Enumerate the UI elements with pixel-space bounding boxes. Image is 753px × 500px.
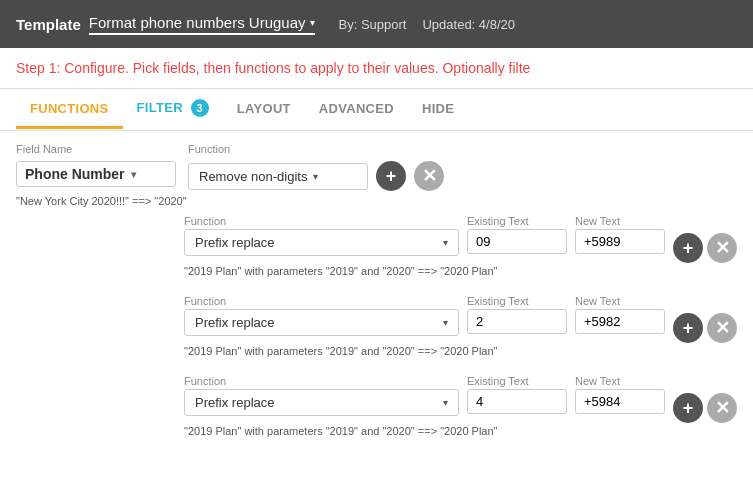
sub-hint-text-1: "2019 Plan" with parameters "2019" and "… bbox=[184, 345, 737, 357]
column-headers: Field Name Function bbox=[16, 143, 737, 157]
existing-text-label-0: Existing Text bbox=[467, 215, 567, 227]
main-function-select[interactable]: Remove non-digits ▾ bbox=[188, 163, 368, 190]
existing-text-label-2: Existing Text bbox=[467, 375, 567, 387]
new-text-label-2: New Text bbox=[575, 375, 665, 387]
tab-layout[interactable]: LAYOUT bbox=[223, 91, 305, 129]
sub-function-select-1[interactable]: Prefix replace ▾ bbox=[184, 309, 459, 336]
field-name-chevron-icon: ▾ bbox=[131, 169, 136, 180]
filter-badge: 3 bbox=[191, 99, 209, 117]
main-remove-button[interactable]: ✕ bbox=[414, 161, 444, 191]
sub-function-select-2[interactable]: Prefix replace ▾ bbox=[184, 389, 459, 416]
sub-remove-button-2[interactable]: ✕ bbox=[707, 393, 737, 423]
new-text-label-1: New Text bbox=[575, 295, 665, 307]
header-by: By: Support bbox=[339, 17, 407, 32]
header-title-chevron-icon: ▾ bbox=[310, 17, 315, 28]
sub-function-chevron-icon-1: ▾ bbox=[443, 317, 448, 328]
header-title[interactable]: Format phone numbers Uruguay ▾ bbox=[89, 14, 315, 35]
existing-text-input-1[interactable] bbox=[467, 309, 567, 334]
header-updated: Updated: 4/8/20 bbox=[422, 17, 515, 32]
sub-remove-button-1[interactable]: ✕ bbox=[707, 313, 737, 343]
sub-function-col-label-0: Function bbox=[184, 215, 459, 227]
content-area: Field Name Function Phone Number ▾ Remov… bbox=[0, 131, 753, 467]
sub-function-block-0: Function Prefix replace ▾ Existing Text bbox=[16, 215, 737, 285]
sub-add-button-0[interactable]: + bbox=[673, 233, 703, 263]
function-col-label: Function bbox=[188, 143, 737, 155]
new-text-input-1[interactable] bbox=[575, 309, 665, 334]
sub-function-col-label-1: Function bbox=[184, 295, 459, 307]
sub-function-select-0[interactable]: Prefix replace ▾ bbox=[184, 229, 459, 256]
sub-function-value-0: Prefix replace bbox=[195, 235, 274, 250]
tab-functions[interactable]: FUNCTIONS bbox=[16, 91, 123, 129]
sub-add-button-2[interactable]: + bbox=[673, 393, 703, 423]
sub-add-button-1[interactable]: + bbox=[673, 313, 703, 343]
sub-function-block-2: Function Prefix replace ▾ Existing Text bbox=[16, 375, 737, 445]
sub-function-value-2: Prefix replace bbox=[195, 395, 274, 410]
step-description: Step 1: Configure. Pick fields, then fun… bbox=[0, 48, 753, 89]
tab-hide[interactable]: HIDE bbox=[408, 91, 468, 129]
main-hint-text: "New York City 2020!!!" ==> "2020" bbox=[16, 195, 737, 207]
existing-text-label-1: Existing Text bbox=[467, 295, 567, 307]
new-text-input-2[interactable] bbox=[575, 389, 665, 414]
main-function-row: Remove non-digits ▾ + ✕ bbox=[188, 161, 737, 191]
sub-function-value-1: Prefix replace bbox=[195, 315, 274, 330]
sub-function-block-1: Function Prefix replace ▾ Existing Text bbox=[16, 295, 737, 365]
main-function-value: Remove non-digits bbox=[199, 169, 307, 184]
tab-filter[interactable]: FILTER 3 bbox=[123, 89, 223, 130]
sub-function-chevron-icon-2: ▾ bbox=[443, 397, 448, 408]
sub-functions-container: Function Prefix replace ▾ Existing Text bbox=[16, 215, 737, 445]
existing-text-input-2[interactable] bbox=[467, 389, 567, 414]
sub-function-col-label-2: Function bbox=[184, 375, 459, 387]
main-function-chevron-icon: ▾ bbox=[313, 171, 318, 182]
header-title-text: Format phone numbers Uruguay bbox=[89, 14, 306, 31]
new-text-label-0: New Text bbox=[575, 215, 665, 227]
sub-hint-text-0: "2019 Plan" with parameters "2019" and "… bbox=[184, 265, 737, 277]
field-name-select[interactable]: Phone Number ▾ bbox=[16, 161, 176, 187]
sub-hint-text-2: "2019 Plan" with parameters "2019" and "… bbox=[184, 425, 737, 437]
existing-text-input-0[interactable] bbox=[467, 229, 567, 254]
main-add-button[interactable]: + bbox=[376, 161, 406, 191]
tab-advanced[interactable]: ADVANCED bbox=[305, 91, 408, 129]
field-name-value: Phone Number bbox=[25, 166, 125, 182]
header: Template Format phone numbers Uruguay ▾ … bbox=[0, 0, 753, 48]
main-field-row: Phone Number ▾ Remove non-digits ▾ + ✕ bbox=[16, 161, 737, 191]
step-description-text: Step 1: Configure. Pick fields, then fun… bbox=[16, 60, 530, 76]
tabs-bar: FUNCTIONS FILTER 3 LAYOUT ADVANCED HIDE bbox=[0, 89, 753, 131]
header-template-label: Template bbox=[16, 16, 81, 33]
new-text-input-0[interactable] bbox=[575, 229, 665, 254]
field-name-col-label: Field Name bbox=[16, 143, 176, 155]
sub-function-chevron-icon-0: ▾ bbox=[443, 237, 448, 248]
sub-remove-button-0[interactable]: ✕ bbox=[707, 233, 737, 263]
